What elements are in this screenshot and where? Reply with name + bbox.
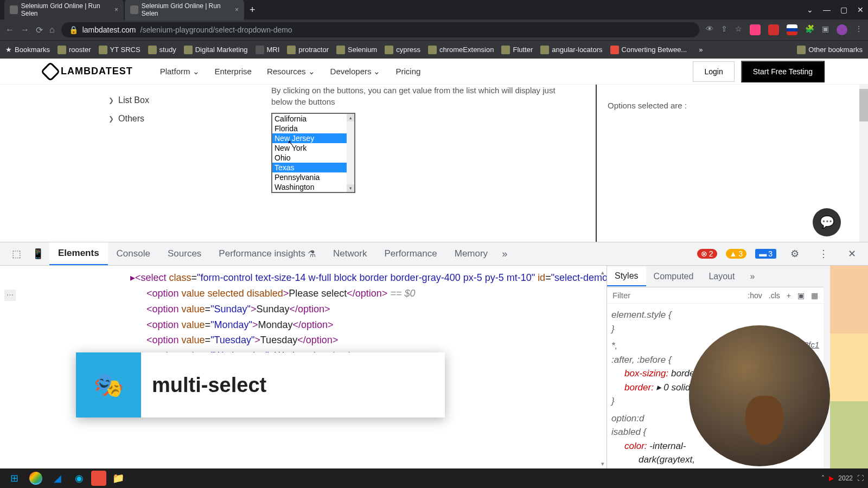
scroll-down-icon[interactable]: ▾ xyxy=(601,459,604,469)
youtube-icon[interactable]: ▶ xyxy=(829,474,834,482)
cls-toggle[interactable]: .cls xyxy=(769,291,780,300)
logo[interactable]: LAMBDATEST xyxy=(43,65,133,79)
login-button[interactable]: Login xyxy=(693,61,734,82)
start-testing-button[interactable]: Start Free Testing xyxy=(741,61,825,82)
start-button[interactable]: ⊞ xyxy=(4,470,24,487)
computed-icon[interactable]: ▣ xyxy=(797,291,805,300)
scroll-down-icon[interactable]: ▾ xyxy=(347,184,354,192)
chevron-up-icon[interactable]: ˄ xyxy=(821,474,825,482)
tab-layout[interactable]: Layout xyxy=(701,267,742,286)
chevron-down-icon[interactable]: ⌄ xyxy=(807,5,813,14)
menu-icon[interactable]: ⋮ xyxy=(813,248,834,260)
tab-sources[interactable]: Sources xyxy=(159,243,210,265)
nav-pricing[interactable]: Pricing xyxy=(395,67,420,76)
star-icon[interactable]: ☆ xyxy=(735,24,742,35)
tab-console[interactable]: Console xyxy=(108,243,159,265)
chat-button[interactable]: 💬 xyxy=(813,208,841,236)
tab-memory[interactable]: Memory xyxy=(446,243,496,265)
extensions-icon[interactable]: 🧩 xyxy=(805,24,814,35)
forward-button[interactable]: → xyxy=(21,25,29,35)
bookmark-item[interactable]: cypress xyxy=(385,46,420,54)
warnings-badge[interactable]: ▲3 xyxy=(726,249,747,259)
fullscreen-icon[interactable]: ⛶ xyxy=(857,474,864,482)
taskbar-chrome[interactable] xyxy=(26,470,46,487)
profile-avatar[interactable] xyxy=(837,24,847,35)
bookmark-item[interactable]: Digital Marketing xyxy=(184,46,248,54)
nav-enterprise[interactable]: Enterprise xyxy=(215,67,252,76)
maximize-icon[interactable]: ▢ xyxy=(840,5,847,14)
hov-toggle[interactable]: :hov xyxy=(748,291,762,300)
bookmark-item[interactable]: Flutter xyxy=(501,46,533,54)
reading-list-icon[interactable]: ▣ xyxy=(822,24,829,35)
sidebar-item-listbox[interactable]: ❯List Box xyxy=(108,91,260,110)
option-pennsylvania[interactable]: Pennsylvania xyxy=(272,172,354,182)
new-rule-icon[interactable]: + xyxy=(787,291,791,300)
tab-network[interactable]: Network xyxy=(324,243,375,265)
scrollbar-thumb[interactable] xyxy=(859,89,868,121)
option-new-york[interactable]: New York xyxy=(272,143,354,153)
bookmark-item[interactable]: study xyxy=(148,46,176,54)
errors-badge[interactable]: ⊗2 xyxy=(697,249,717,259)
tab-computed[interactable]: Computed xyxy=(646,267,701,286)
more-tabs-icon[interactable]: » xyxy=(742,267,762,286)
close-icon[interactable]: ✕ xyxy=(843,248,861,260)
scrollbar[interactable]: ▴ ▾ xyxy=(347,114,354,192)
url-input[interactable]: 🔒 lambdatest.com/selenium-playground/sel… xyxy=(61,22,699,37)
filter-input[interactable] xyxy=(612,291,741,300)
inspect-icon[interactable]: ⬚ xyxy=(7,248,27,260)
tab-performance-insights[interactable]: Performance insights⚗ xyxy=(210,243,324,265)
bookmark-item[interactable]: YT SRCS xyxy=(99,46,141,54)
close-icon[interactable]: × xyxy=(114,6,118,14)
option-texas[interactable]: Texas xyxy=(272,163,354,172)
multi-select[interactable]: California Florida New Jersey New York O… xyxy=(271,113,355,193)
bookmark-item[interactable]: protractor xyxy=(287,46,329,54)
tab-styles[interactable]: Styles xyxy=(607,267,646,286)
tab-performance[interactable]: Performance xyxy=(375,243,445,265)
option-california[interactable]: California xyxy=(272,114,354,124)
browser-tab[interactable]: Selenium Grid Online | Run Selen × xyxy=(125,0,244,21)
extension-icon[interactable] xyxy=(768,24,779,35)
nav-developers[interactable]: Developers⌄ xyxy=(330,67,381,76)
browser-tab[interactable]: Selenium Grid Online | Run Selen × xyxy=(4,0,124,21)
page-scrollbar[interactable] xyxy=(859,85,868,242)
bookmark-item[interactable]: rooster xyxy=(58,46,91,54)
taskbar-app[interactable] xyxy=(91,471,106,486)
new-tab-button[interactable]: + xyxy=(250,4,256,16)
taskbar-vscode[interactable]: ◢ xyxy=(48,470,67,487)
minimize-icon[interactable]: — xyxy=(823,5,831,14)
sidebar-item-others[interactable]: ❯Others xyxy=(108,110,260,128)
collapsed-indicator[interactable]: ⋯ xyxy=(4,290,16,301)
scroll-up-icon[interactable]: ▴ xyxy=(347,114,354,121)
reload-button[interactable]: ⟳ xyxy=(36,25,43,35)
extension-icon[interactable] xyxy=(750,24,761,35)
issues-badge[interactable]: ▬3 xyxy=(755,249,776,259)
option-florida[interactable]: Florida xyxy=(272,124,354,133)
device-toggle-icon[interactable]: 📱 xyxy=(27,248,49,260)
eye-off-icon[interactable]: 👁 xyxy=(706,24,713,35)
share-icon[interactable]: ⇪ xyxy=(721,24,727,35)
option-new-jersey[interactable]: New Jersey xyxy=(272,133,354,143)
bookmark-item[interactable]: MRI xyxy=(256,46,280,54)
bookmark-item[interactable]: Converting Betwee... xyxy=(610,46,687,54)
gear-icon[interactable]: ⚙ xyxy=(785,248,805,260)
bookmark-item[interactable]: Selenium xyxy=(336,46,377,54)
taskbar-app[interactable]: ◉ xyxy=(69,470,89,487)
flexbox-icon[interactable]: ▦ xyxy=(811,291,818,300)
option-ohio[interactable]: Ohio xyxy=(272,153,354,163)
extension-icon[interactable] xyxy=(787,24,797,35)
menu-icon[interactable]: ⋮ xyxy=(855,24,863,35)
bookmark-item[interactable]: angular-locators xyxy=(540,46,602,54)
back-button[interactable]: ← xyxy=(5,25,14,35)
close-icon[interactable]: ✕ xyxy=(857,5,864,14)
tab-elements[interactable]: Elements xyxy=(49,242,108,265)
taskbar-explorer[interactable]: 📁 xyxy=(108,470,128,487)
scroll-up-icon[interactable]: ▴ xyxy=(601,268,604,278)
home-button[interactable]: ⌂ xyxy=(49,25,55,35)
nav-platform[interactable]: Platform⌄ xyxy=(160,67,200,76)
bookmark-item[interactable]: ★Bookmarks xyxy=(5,46,50,54)
bookmarks-overflow[interactable]: » xyxy=(699,46,703,54)
option-washington[interactable]: Washington xyxy=(272,182,354,192)
close-icon[interactable]: × xyxy=(235,6,239,14)
other-bookmarks[interactable]: Other bookmarks xyxy=(797,46,863,54)
more-tabs-icon[interactable]: » xyxy=(496,248,513,260)
